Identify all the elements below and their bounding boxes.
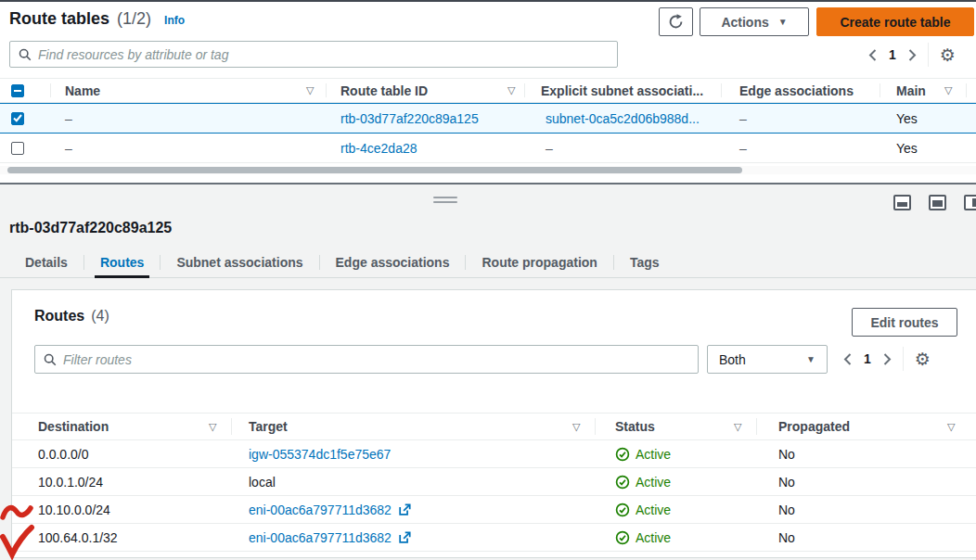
routes-header-row: Destination ▽ Target ▽ Status ▽ Propagat… — [12, 413, 976, 440]
cell-edge: – — [739, 104, 747, 133]
table-row[interactable]: – rtb-4ce2da28 – – Yes — [0, 134, 976, 163]
cell-main: Yes — [896, 134, 918, 162]
row-checkbox[interactable] — [11, 134, 24, 162]
routes-filter — [34, 345, 699, 374]
tab-edge-associations[interactable]: Edge associations — [320, 248, 466, 277]
scrollbar-thumb[interactable] — [7, 167, 742, 173]
panel-position-bottom-icon[interactable] — [893, 195, 911, 210]
routes-count: (4) — [91, 308, 109, 325]
select-all-checkbox[interactable] — [11, 79, 24, 102]
create-route-table-label: Create route table — [840, 15, 950, 30]
sort-status-icon[interactable]: ▽ — [734, 414, 741, 439]
cell-destination: 10.10.0.0/24 — [38, 496, 110, 523]
list-header: Route tables (1/2) Info — [9, 9, 185, 29]
column-divider — [231, 418, 232, 435]
column-divider — [966, 83, 967, 97]
cell-propagated: No — [778, 496, 795, 523]
panel-resize-handle-icon[interactable] — [433, 197, 457, 206]
subnet-association-link[interactable]: subnet-0ca5c2d06b988d... — [546, 111, 700, 126]
status-badge: Active — [615, 447, 671, 462]
pager-divider — [928, 43, 929, 67]
cell-destination: 0.0.0.0/0 — [38, 440, 89, 467]
settings-gear-icon[interactable]: ⚙ — [915, 350, 931, 368]
cell-name: – — [65, 134, 72, 162]
indeterminate-icon — [14, 90, 21, 92]
settings-gear-icon[interactable]: ⚙ — [940, 46, 956, 64]
sort-propagated-icon[interactable]: ▽ — [947, 414, 955, 439]
prev-page-icon[interactable] — [843, 353, 852, 365]
status-badge: Active — [615, 475, 671, 490]
sort-id-icon[interactable]: ▽ — [507, 79, 515, 102]
route-row[interactable]: 10.10.0.0/24 eni-00ac6a797711d3682 Activ… — [12, 496, 976, 524]
column-divider — [721, 83, 722, 97]
next-page-icon[interactable] — [883, 353, 892, 365]
route-table-id-link[interactable]: rtb-4ce2da28 — [340, 141, 417, 156]
route-tables-header-row: Name ▽ Route table ID ▽ Explicit subnet … — [0, 78, 976, 103]
filter-routes-input[interactable] — [63, 352, 689, 367]
panel-tabs: Details Routes Subnet associations Edge … — [0, 248, 976, 278]
target-link[interactable]: eni-00ac6a797711d3682 — [249, 503, 392, 517]
status-ok-icon — [615, 475, 630, 490]
tab-routes[interactable]: Routes — [84, 248, 160, 277]
top-pagination: 1 ⚙ — [868, 43, 956, 67]
actions-button[interactable]: Actions ▼ — [700, 7, 809, 36]
route-row[interactable]: 100.64.0.1/32 eni-00ac6a797711d3682 Acti… — [12, 524, 976, 552]
column-divider — [595, 418, 596, 435]
table-row-selected[interactable]: – rtb-03d77af220c89a125 subnet-0ca5c2d06… — [0, 103, 976, 134]
panel-position-side-icon[interactable] — [964, 195, 976, 210]
cell-destination: 10.0.1.0/24 — [38, 468, 103, 495]
pager-divider — [903, 347, 904, 371]
search-input[interactable] — [38, 47, 609, 62]
caret-down-icon: ▼ — [778, 17, 788, 27]
edit-routes-button[interactable]: Edit routes — [852, 308, 957, 337]
next-page-icon[interactable] — [908, 49, 917, 61]
panel-maximize-icon[interactable] — [929, 195, 946, 210]
external-link-icon[interactable] — [398, 503, 411, 516]
routes-card: Routes (4) Edit routes Both ▼ 1 — [11, 289, 976, 558]
col-main: Main — [896, 79, 926, 102]
route-row[interactable]: 0.0.0.0/0 igw-055374dc1f5e75e67 Active N… — [12, 440, 976, 468]
cell-explicit: – — [546, 134, 553, 162]
column-divider — [50, 83, 51, 97]
sort-target-icon[interactable]: ▽ — [572, 414, 580, 439]
page-number[interactable]: 1 — [877, 47, 908, 62]
status-badge: Active — [615, 530, 671, 545]
search-icon — [44, 353, 57, 366]
route-type-value: Both — [719, 352, 746, 367]
sort-destination-icon[interactable]: ▽ — [209, 414, 216, 439]
col-destination: Destination — [38, 414, 109, 439]
cell-propagated: No — [778, 440, 795, 467]
route-tables-console: Route tables (1/2) Info Actions ▼ Create… — [0, 0, 976, 560]
route-table-id-link[interactable]: rtb-03d77af220c89a125 — [340, 111, 479, 126]
prev-page-icon[interactable] — [868, 49, 877, 61]
sort-name-icon[interactable]: ▽ — [306, 79, 314, 102]
row-checkbox[interactable] — [11, 104, 24, 133]
refresh-icon — [668, 14, 684, 30]
status-badge: Active — [615, 503, 671, 517]
horizontal-scrollbar[interactable] — [0, 166, 976, 174]
tab-subnet-associations[interactable]: Subnet associations — [161, 248, 318, 277]
column-divider — [326, 83, 327, 97]
col-explicit-subnet: Explicit subnet associati... — [541, 79, 703, 102]
tab-route-propagation[interactable]: Route propagation — [466, 248, 612, 277]
check-icon — [13, 114, 22, 122]
target-link[interactable]: igw-055374dc1f5e75e67 — [249, 447, 391, 462]
tab-tags[interactable]: Tags — [614, 248, 675, 277]
column-divider — [756, 418, 757, 435]
route-row[interactable]: 10.0.1.0/24 local Active No — [12, 468, 976, 496]
cell-destination: 100.64.0.1/32 — [38, 524, 118, 551]
resource-search — [9, 41, 618, 68]
route-type-select[interactable]: Both ▼ — [707, 345, 828, 374]
create-route-table-button[interactable]: Create route table — [816, 7, 974, 36]
cell-main: Yes — [896, 104, 918, 133]
col-target: Target — [249, 414, 288, 439]
refresh-button[interactable] — [659, 7, 693, 36]
info-link[interactable]: Info — [164, 14, 185, 27]
edit-routes-label: Edit routes — [870, 315, 938, 330]
tab-details[interactable]: Details — [9, 248, 83, 277]
external-link-icon[interactable] — [398, 531, 411, 544]
routes-title: Routes — [34, 308, 84, 325]
page-number[interactable]: 1 — [852, 351, 883, 366]
sort-main-icon[interactable]: ▽ — [944, 79, 952, 102]
target-link[interactable]: eni-00ac6a797711d3682 — [249, 530, 392, 545]
